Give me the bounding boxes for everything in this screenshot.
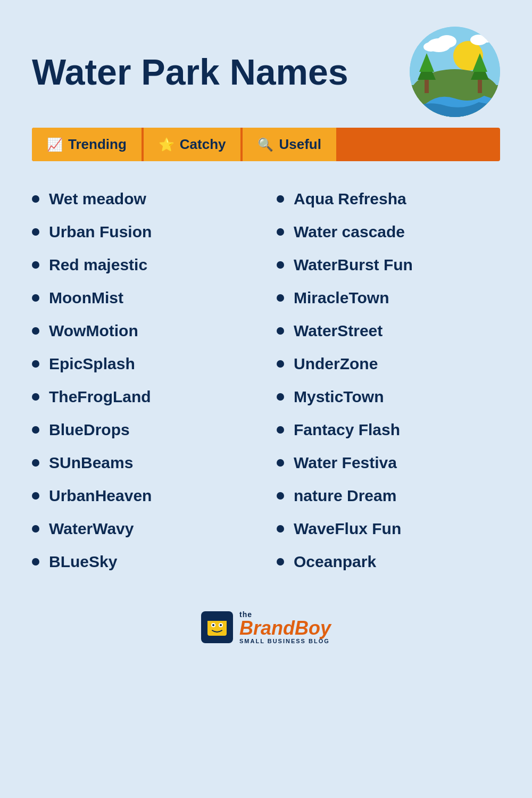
tab-useful[interactable]: 🔍 Useful	[243, 128, 336, 161]
name-text: MiracleTown	[294, 289, 389, 307]
bullet-icon	[32, 459, 39, 467]
list-item: WowMotion	[32, 314, 255, 347]
header: Water Park Names	[32, 27, 500, 117]
names-grid: Wet meadowUrban FusionRed majesticMoonMi…	[32, 182, 500, 578]
list-item: Wet meadow	[32, 182, 255, 215]
bullet-icon	[32, 558, 39, 566]
list-item: WaterBurst Fun	[277, 248, 500, 281]
name-text: Red majestic	[49, 256, 147, 274]
list-item: Water cascade	[277, 215, 500, 248]
bullet-icon	[32, 393, 39, 401]
bullet-icon	[32, 294, 39, 302]
name-text: nature Dream	[294, 487, 396, 505]
name-text: WowMotion	[49, 322, 138, 340]
bullet-icon	[277, 294, 284, 302]
list-item: Red majestic	[32, 248, 255, 281]
page-title: Water Park Names	[32, 52, 410, 92]
logo-subtitle: SMALL BUSINESS BLOG	[239, 638, 331, 644]
list-item: Water Festiva	[277, 446, 500, 479]
name-text: TheFrogLand	[49, 388, 151, 406]
bullet-icon	[32, 360, 39, 368]
bullet-icon	[32, 426, 39, 434]
name-text: Water cascade	[294, 223, 405, 241]
name-text: Fantacy Flash	[294, 421, 400, 439]
logo-brandboy: BrandBoy	[239, 619, 331, 638]
bullet-icon	[32, 492, 39, 500]
brandboy-text: the BrandBoy SMALL BUSINESS BLOG	[239, 610, 331, 644]
list-item: EpicSplash	[32, 347, 255, 380]
list-item: WaterStreet	[277, 314, 500, 347]
list-item: Urban Fusion	[32, 215, 255, 248]
list-item: MysticTown	[277, 380, 500, 413]
svg-point-21	[220, 624, 222, 626]
list-item: BlueDrops	[32, 413, 255, 446]
name-text: WaterStreet	[294, 322, 383, 340]
tab-catchy-label: Catchy	[180, 136, 226, 153]
bullet-icon	[277, 558, 284, 566]
list-item: MiracleTown	[277, 281, 500, 314]
bullet-icon	[277, 327, 284, 335]
svg-rect-17	[207, 619, 227, 636]
name-text: Aqua Refresha	[294, 190, 406, 208]
tab-trending[interactable]: 📈 Trending	[32, 128, 144, 161]
logo-boy: Boy	[295, 617, 331, 639]
list-item: UrbanHeaven	[32, 479, 255, 512]
brandboy-logo-icon	[201, 611, 233, 643]
list-item: SUnBeams	[32, 446, 255, 479]
tab-useful-label: Useful	[279, 136, 321, 153]
name-text: Water Festiva	[294, 454, 397, 472]
name-text: BLueSky	[49, 553, 117, 571]
tabs-bar: 📈 Trending ⭐ Catchy 🔍 Useful	[32, 128, 500, 161]
list-item: nature Dream	[277, 479, 500, 512]
name-text: WaveFlux Fun	[294, 520, 401, 538]
header-illustration	[410, 27, 500, 117]
footer-logo: the BrandBoy SMALL BUSINESS BLOG	[32, 610, 500, 644]
bullet-icon	[32, 228, 39, 236]
svg-point-20	[212, 624, 214, 626]
bullet-icon	[277, 195, 284, 203]
trending-icon: 📈	[47, 137, 63, 152]
list-item: Fantacy Flash	[277, 413, 500, 446]
names-column-left: Wet meadowUrban FusionRed majesticMoonMi…	[32, 182, 255, 578]
logo-brand: Brand	[239, 617, 295, 639]
name-text: MysticTown	[294, 388, 384, 406]
list-item: UnderZone	[277, 347, 500, 380]
name-text: EpicSplash	[49, 355, 135, 373]
list-item: Oceanpark	[277, 545, 500, 578]
bullet-icon	[32, 195, 39, 203]
useful-icon: 🔍	[257, 137, 273, 152]
bullet-icon	[32, 261, 39, 269]
name-text: Urban Fusion	[49, 223, 152, 241]
svg-rect-23	[206, 619, 228, 621]
bullet-icon	[277, 459, 284, 467]
list-item: MoonMist	[32, 281, 255, 314]
bullet-icon	[277, 228, 284, 236]
name-text: BlueDrops	[49, 421, 130, 439]
name-text: Wet meadow	[49, 190, 146, 208]
svg-point-5	[423, 42, 438, 52]
tab-trending-label: Trending	[68, 136, 127, 153]
name-text: WaterBurst Fun	[294, 256, 413, 274]
bullet-icon	[277, 393, 284, 401]
bullet-icon	[32, 525, 39, 533]
list-item: WaterWavy	[32, 512, 255, 545]
catchy-icon: ⭐	[159, 137, 174, 152]
name-text: UrbanHeaven	[49, 487, 152, 505]
bullet-icon	[277, 492, 284, 500]
list-item: TheFrogLand	[32, 380, 255, 413]
bullet-icon	[32, 327, 39, 335]
name-text: WaterWavy	[49, 520, 134, 538]
list-item: BLueSky	[32, 545, 255, 578]
name-text: UnderZone	[294, 355, 378, 373]
name-text: Oceanpark	[294, 553, 376, 571]
list-item: WaveFlux Fun	[277, 512, 500, 545]
bullet-icon	[277, 261, 284, 269]
bullet-icon	[277, 360, 284, 368]
tab-catchy[interactable]: ⭐ Catchy	[144, 128, 243, 161]
bullet-icon	[277, 525, 284, 533]
names-column-right: Aqua RefreshaWater cascadeWaterBurst Fun…	[277, 182, 500, 578]
page-wrapper: Water Park Names	[0, 0, 532, 798]
list-item: Aqua Refresha	[277, 182, 500, 215]
bullet-icon	[277, 426, 284, 434]
name-text: MoonMist	[49, 289, 123, 307]
